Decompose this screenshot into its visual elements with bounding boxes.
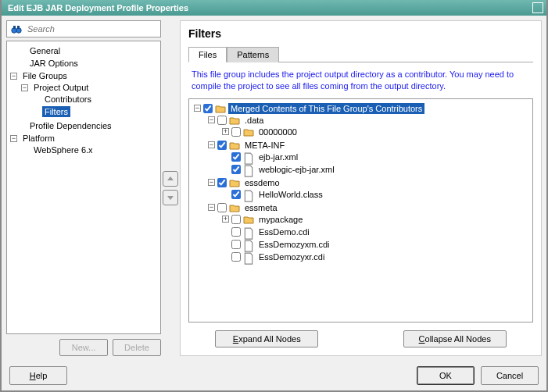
file-icon <box>243 190 254 199</box>
file-icon <box>243 165 254 174</box>
folder-icon <box>229 178 240 187</box>
expand-toggle[interactable]: − <box>194 105 201 112</box>
maximize-icon[interactable] <box>532 2 543 13</box>
tree-node-zeros[interactable]: 00000000 <box>256 127 299 137</box>
node-checkbox[interactable] <box>231 252 241 262</box>
tree-node-essmeta[interactable]: essmeta <box>242 202 280 213</box>
expand-toggle[interactable]: + <box>222 128 229 135</box>
expand-toggle[interactable]: + <box>222 216 229 223</box>
dialog-footer: Help OK Cancel <box>2 361 546 390</box>
nav-jar-options[interactable]: JAR Options <box>27 58 81 69</box>
node-checkbox[interactable] <box>217 141 227 150</box>
nav-websphere[interactable]: WebSphere 6.x <box>31 144 95 155</box>
dialog-title: Edit EJB JAR Deployment Profile Properti… <box>8 3 188 12</box>
tab-bar: Files Patterns <box>188 46 533 62</box>
dialog-window: Edit EJB JAR Deployment Profile Properti… <box>0 0 548 392</box>
file-icon <box>243 227 254 237</box>
node-checkbox[interactable] <box>217 203 227 212</box>
expand-toggle[interactable]: − <box>10 73 17 80</box>
nav-project-output[interactable]: Project Output <box>31 82 91 93</box>
expand-toggle[interactable]: − <box>21 84 28 91</box>
tree-node-essdemocdi[interactable]: EssDemo.cdi <box>256 226 312 237</box>
file-icon <box>243 252 254 262</box>
file-tree[interactable]: − Merged Contents of This File Group's C… <box>188 98 533 323</box>
tree-node-essdemo[interactable]: essdemo <box>242 177 282 188</box>
node-checkbox[interactable] <box>231 152 241 162</box>
folder-icon <box>229 141 240 150</box>
cancel-button[interactable]: Cancel <box>481 366 539 385</box>
expand-toggle[interactable]: − <box>208 204 215 211</box>
new-button: New... <box>59 339 108 356</box>
tree-node-data[interactable]: .data <box>242 115 266 126</box>
expand-toggle[interactable]: − <box>208 116 215 123</box>
nav-file-groups[interactable]: File Groups <box>20 70 70 81</box>
search-field[interactable] <box>6 20 161 37</box>
delete-button: Delete <box>113 339 161 356</box>
node-checkbox[interactable] <box>217 116 227 125</box>
search-input[interactable] <box>26 23 157 34</box>
node-checkbox[interactable] <box>231 215 241 224</box>
help-button[interactable]: Help <box>9 366 67 385</box>
tree-node-ejbjar[interactable]: ejb-jar.xml <box>256 151 300 162</box>
folder-icon <box>229 116 240 125</box>
titlebar: Edit EJB JAR Deployment Profile Properti… <box>2 0 546 16</box>
ok-button[interactable]: OK <box>417 366 475 385</box>
node-checkbox[interactable] <box>231 165 241 174</box>
nav-filters[interactable]: Filters <box>42 106 70 117</box>
node-checkbox[interactable] <box>231 240 241 249</box>
binoculars-icon <box>10 23 23 34</box>
panel-heading: Filters <box>188 27 533 40</box>
expand-toggle[interactable]: − <box>208 179 215 186</box>
nav-platform[interactable]: Platform <box>20 133 57 144</box>
tree-root[interactable]: Merged Contents of This File Group's Con… <box>228 103 424 114</box>
move-down-button[interactable] <box>163 190 178 205</box>
svg-rect-3 <box>17 26 20 29</box>
node-checkbox[interactable] <box>231 127 241 137</box>
expand-toggle[interactable]: − <box>10 135 17 142</box>
tree-node-essdemozyxr[interactable]: EssDemozyxr.cdi <box>256 251 327 262</box>
move-up-button[interactable] <box>163 171 178 187</box>
folder-icon <box>215 104 226 113</box>
file-icon <box>243 240 254 249</box>
folder-icon <box>243 127 254 137</box>
node-checkbox[interactable] <box>203 104 213 113</box>
folder-icon <box>243 215 254 224</box>
expand-all-button[interactable]: Expand All Nodes <box>215 330 318 347</box>
node-checkbox[interactable] <box>217 178 227 187</box>
expand-toggle[interactable]: − <box>208 141 215 148</box>
tree-node-weblogic[interactable]: weblogic-ejb-jar.xml <box>256 164 337 175</box>
nav-general[interactable]: General <box>27 45 63 56</box>
tree-node-helloworld[interactable]: HelloWorld.class <box>256 189 325 200</box>
tab-patterns[interactable]: Patterns <box>227 47 279 62</box>
node-checkbox[interactable] <box>231 227 241 237</box>
info-text: This file group includes the project out… <box>188 62 533 98</box>
nav-contributors[interactable]: Contributors <box>42 94 94 105</box>
tree-node-essdemozyxm[interactable]: EssDemozyxm.cdi <box>256 239 331 250</box>
collapse-all-button[interactable]: Collapse All Nodes <box>403 330 507 347</box>
folder-icon <box>229 203 240 212</box>
tree-node-mypackage[interactable]: mypackage <box>256 214 305 225</box>
file-icon <box>243 152 254 162</box>
node-checkbox[interactable] <box>231 190 241 199</box>
svg-rect-2 <box>13 26 16 29</box>
tab-files[interactable]: Files <box>188 47 227 62</box>
nav-profile-dependencies[interactable]: Profile Dependencies <box>27 120 114 131</box>
category-tree[interactable]: General JAR Options −File Groups −Projec… <box>6 41 161 334</box>
tree-node-metainf[interactable]: META-INF <box>242 140 287 151</box>
